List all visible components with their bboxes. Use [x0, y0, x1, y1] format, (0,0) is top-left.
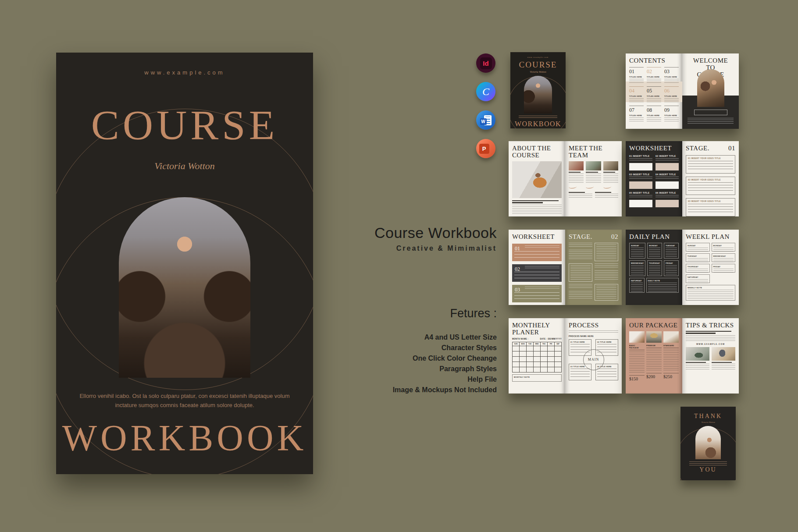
stage01-section: 02 INSERT YOUR GOES TITLE	[686, 177, 735, 195]
cover-website-text: www.example.com	[56, 69, 313, 76]
worksheet-light-page: WORKSHEET 01 02 03	[509, 230, 565, 305]
process-intro-lines	[569, 330, 618, 334]
spread-package-tips: OUR PACKAGE BASIC PACKAGE$150 PREMIUM$20…	[626, 318, 739, 394]
worksheet-cell: 03 INSERT TITLE	[629, 173, 652, 189]
thankyou-script: Victoria Wotton	[680, 421, 736, 423]
feature-item: A4 and US Letter Size	[393, 332, 497, 343]
monthly-note-box: MONTHLY NOTE	[512, 374, 562, 382]
daily-plan-page: DAILY PLAN SUNDAY MONDAY TUESDAY WEDNESD…	[626, 230, 682, 305]
member-signature	[569, 185, 577, 188]
day-box: THURSDAY	[647, 260, 662, 276]
process-title: PROCESS	[569, 322, 618, 329]
tips-photo	[712, 347, 735, 361]
day-box: TUESDAY	[664, 243, 679, 259]
feature-item: Help File	[393, 374, 497, 385]
team-title: MEET THE TEAM	[569, 145, 618, 159]
day-box: WEDNESDAY	[712, 253, 736, 262]
day-box: TUESDAY	[686, 253, 710, 262]
product-tagline: Creative & Mimimalist	[396, 245, 497, 252]
member-signature	[586, 185, 594, 188]
worksheet-title: WORKSHEET	[629, 145, 679, 152]
stage02-page: STAGE. 02	[565, 230, 622, 305]
thankyou-photo	[695, 426, 721, 459]
contents-grid: 01TITLES HERE 02TITLES HERE 03TITLES HER…	[629, 67, 679, 121]
package-tier: STANDARD$250	[663, 344, 679, 381]
thumb-portrait-photo	[524, 76, 552, 113]
spread-contents-welcome: CONTENTS 01TITLES HERE 02TITLES HERE 03T…	[626, 53, 739, 129]
day-box: FRIDAY	[664, 260, 679, 276]
worksheet-dark-page: WORKSHEET 01 INSERT TITLE 02 INSERT TITL…	[626, 141, 682, 216]
stage02-content	[569, 243, 618, 301]
cover-author-signature: Victoria Wotton	[56, 160, 313, 172]
contents-page: CONTENTS 01TITLES HERE 02TITLES HERE 03T…	[626, 53, 682, 129]
contents-item: 05TITLES HERE	[647, 86, 661, 102]
canva-icon: C	[476, 82, 495, 101]
day-box: MONDAY	[712, 243, 736, 252]
product-showcase: www.example.com COURSE Victoria Wotton E…	[0, 0, 798, 532]
stage01-section: 03 INSERT YOUR GOES TITLE	[686, 198, 735, 216]
stage02-header: STAGE. 02	[569, 234, 618, 241]
cover-description: Ellorro venihil icabo. Ost la solo culpa…	[56, 391, 313, 410]
worksheet-cell: 04 INSERT TITLE	[656, 173, 679, 189]
stage01-header: STAGE. 01	[686, 145, 735, 152]
tips-cards	[686, 347, 735, 371]
package-tier: BASIC PACKAGE$150	[629, 344, 645, 381]
day-box: FRIDAY	[712, 264, 736, 273]
day-box: WEDNESDAY	[629, 260, 645, 276]
day-box: SUNDAY	[629, 243, 645, 259]
daily-grid: SUNDAY MONDAY TUESDAY WEDNESDAY THURSDAY…	[629, 243, 679, 276]
weekly-grid: SUNDAY MONDAY TUESDAY WEDNESDAY THURSDAY…	[686, 243, 735, 283]
process-main-circle: MAIN	[583, 349, 604, 370]
daily-bottom-row: SATURDAY DAILY NOTE	[629, 278, 679, 293]
tips-website: WWW.EXAMPLE.COM	[686, 343, 735, 345]
day-box: SATURDAY	[629, 278, 645, 293]
worksheet-block-02: 02	[512, 264, 562, 282]
thumb-title: COURSE	[510, 60, 566, 70]
daily-note-box: DAILY NOTE	[646, 278, 679, 293]
process-name-label: PROCESS NAME HERE	[569, 335, 618, 337]
feature-item: One Click Color Cheange	[393, 353, 497, 364]
stage01-section: 01 INSERT YOUR GOES TITLE	[686, 155, 735, 174]
worksheet-block-03: 03	[512, 285, 562, 302]
team-member	[586, 161, 601, 188]
welcome-label-box	[694, 110, 727, 115]
cover-thumbnail: www.example.com COURSE Victoria Wotton W…	[510, 52, 566, 128]
feature-item: Image & Mockups Not Included	[393, 385, 497, 395]
member-photo	[569, 161, 584, 170]
features-heading: Fetures :	[450, 307, 497, 320]
canva-icon-label: C	[482, 86, 489, 98]
contents-item: 02TITLES HERE	[647, 67, 661, 83]
about-body-lines	[512, 205, 562, 214]
tips-body-lines	[686, 335, 735, 341]
thumb-website-text: www.example.com	[510, 56, 566, 58]
tips-card	[686, 347, 709, 371]
package-title: OUR PACKAGE	[629, 322, 679, 329]
contents-item: 01TITLES HERE	[629, 67, 644, 83]
process-diagram: 01 TITLE HERE 02 TITLE HERE 03 TITLE HER…	[569, 339, 618, 380]
team-members	[569, 161, 618, 188]
team-member	[603, 161, 618, 188]
day-box: SATURDAY	[686, 274, 710, 283]
tips-subhead-line	[686, 333, 716, 334]
feature-item: Paragraph Styles	[393, 364, 497, 374]
contents-item: 09TITLES HERE	[664, 106, 679, 121]
about-subhead-line	[512, 200, 559, 202]
day-box: THURSDAY	[686, 264, 710, 273]
worksheet-block-01: 01	[512, 244, 562, 261]
tips-subhead-line	[686, 331, 731, 332]
thankyou-title-top: THANK	[680, 413, 736, 420]
day-box: MONDAY	[647, 243, 662, 259]
welcome-text-lines	[688, 118, 734, 125]
contents-item: 07TITLES HERE	[629, 106, 644, 121]
contents-item: 04TITLES HERE	[629, 86, 644, 102]
worksheet-cell: 02 INSERT TITLE	[656, 155, 679, 170]
worksheet-cell: 06 INSERT TITLE	[656, 192, 679, 207]
package-photo	[646, 331, 662, 343]
day-box: SUNDAY	[686, 243, 710, 252]
word-icon: W	[476, 110, 495, 130]
package-tiers: BASIC PACKAGE$150 PREMIUM$200 STANDARD$2…	[629, 344, 679, 381]
tips-tricks-page: TIPS & TRICKS WWW.EXAMPLE.COM	[682, 318, 739, 394]
daily-title: DAILY PLAN	[629, 234, 679, 241]
product-title: Course Workbook	[374, 224, 497, 241]
package-photos	[629, 331, 679, 343]
